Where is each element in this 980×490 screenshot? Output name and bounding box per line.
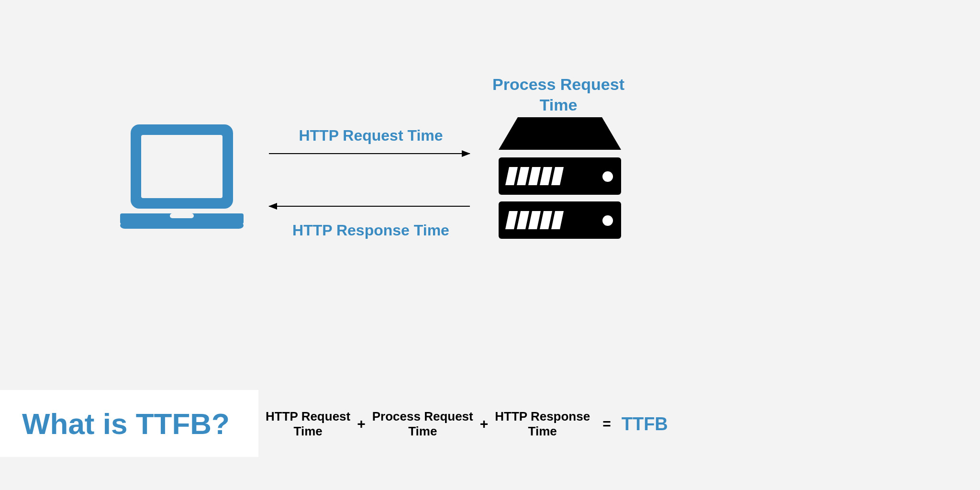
formula-plus-1: + (354, 416, 368, 432)
page-title: What is TTFB? (22, 407, 230, 441)
formula-plus-2: + (477, 416, 491, 432)
formula-result: TTFB (622, 414, 668, 434)
ttfb-formula: HTTP Request Time + Process Request Time… (266, 409, 668, 439)
formula-term-1: HTTP Request Time (266, 409, 350, 439)
laptop-icon (117, 120, 246, 246)
formula-term-3: HTTP Response Time (495, 409, 590, 439)
title-box: What is TTFB? (0, 390, 258, 457)
arrow-left-icon (269, 206, 470, 207)
svg-point-13 (602, 171, 613, 182)
process-request-time-label: Process Request Time (482, 74, 635, 115)
svg-rect-1 (141, 135, 223, 198)
formula-term-2: Process Request Time (372, 409, 473, 439)
http-request-time-label: HTTP Request Time (263, 127, 479, 145)
formula-equals: = (594, 416, 618, 432)
svg-marker-5 (499, 117, 621, 150)
arrow-right-icon (269, 153, 470, 154)
server-stack-icon (488, 112, 632, 253)
svg-rect-4 (170, 213, 194, 218)
http-response-time-label: HTTP Response Time (263, 222, 479, 239)
svg-rect-3 (120, 222, 244, 229)
svg-point-19 (602, 215, 613, 226)
